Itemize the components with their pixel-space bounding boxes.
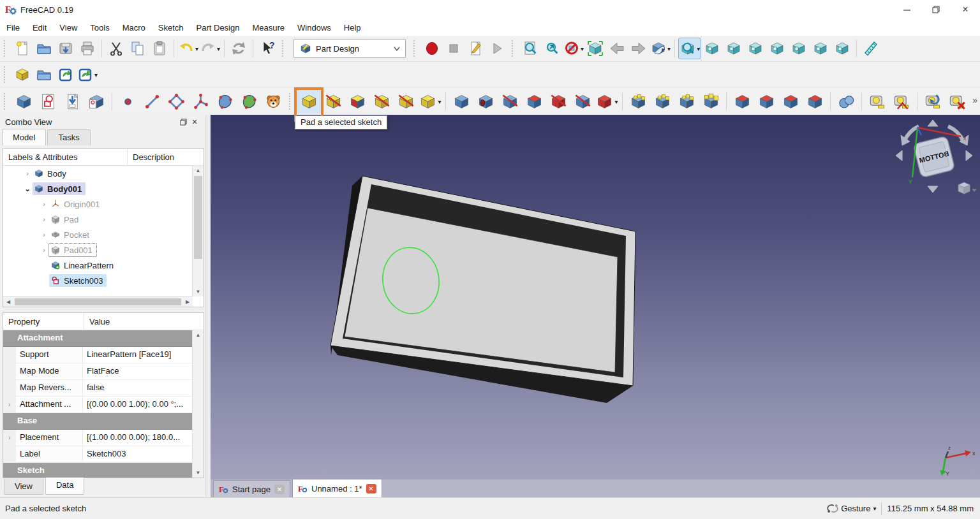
toolbar-button-nav-back[interactable] — [606, 38, 628, 59]
toolbar-button-view-front[interactable] — [723, 38, 745, 59]
toolbar-button-view-isometric[interactable]: ▾ — [678, 38, 701, 59]
menu-item-file[interactable]: File — [0, 20, 26, 35]
property-row[interactable]: Map ModeFlatFace — [3, 363, 193, 380]
toolbar-button-shape-binder[interactable] — [212, 89, 237, 113]
dropdown-arrow-icon[interactable]: ▾ — [614, 98, 618, 105]
minimize-button[interactable] — [892, 0, 921, 19]
toolbar-button-subtractive-pipe[interactable] — [546, 89, 570, 113]
toolbar-button-view-axonometric[interactable] — [701, 38, 723, 59]
toolbar-button-additive-helix[interactable] — [394, 89, 418, 113]
navigation-style-selector[interactable]: Gesture ▾ — [827, 504, 876, 513]
toolbar-button-mirrored[interactable] — [626, 89, 650, 113]
property-group-sketch[interactable]: Sketch — [3, 463, 193, 478]
toolbar-button-redo[interactable]: ▾ — [199, 38, 221, 59]
tree-row-pocket[interactable]: ›Pocket — [3, 227, 193, 242]
toolbar-button-clone[interactable] — [261, 89, 285, 113]
toolbar-button-save-file[interactable] — [55, 38, 77, 59]
toolbar-button-pocket[interactable] — [449, 89, 473, 113]
expand-arrow-icon[interactable]: › — [3, 397, 16, 413]
expand-arrow-icon[interactable]: › — [39, 216, 49, 223]
nav-down-arrow[interactable] — [928, 186, 938, 193]
toolbar-button-datum-point[interactable] — [115, 89, 140, 113]
scrollbar-thumb[interactable] — [194, 176, 202, 259]
expand-arrow-icon[interactable]: › — [39, 200, 49, 208]
tree-item[interactable]: Sketch003 — [49, 274, 107, 287]
expand-arrow-icon[interactable]: › — [22, 170, 33, 177]
toolbar-button-copy[interactable] — [127, 38, 149, 59]
collapse-arrow-icon[interactable]: ⌄ — [22, 185, 33, 193]
toolbar-button-new-file[interactable] — [11, 38, 33, 59]
3d-viewport[interactable]: BOTTOM x Y x Y z — [211, 115, 980, 479]
property-value[interactable]: [(1.00 0.00 0.00); 180.0... — [83, 430, 193, 446]
expand-arrow-icon[interactable]: › — [39, 231, 49, 238]
toolbar-button-datum-plane[interactable] — [164, 89, 188, 113]
tree-item[interactable]: Body — [33, 167, 70, 180]
tree-row-sketch003[interactable]: Sketch003 — [3, 273, 193, 288]
toolbar-button-fillet[interactable] — [730, 89, 754, 113]
toolbar-button-fit-all[interactable] — [519, 38, 541, 59]
property-vertical-scrollbar[interactable]: ▲ ▼ — [192, 330, 204, 478]
toolbar-button-create-part[interactable] — [11, 64, 33, 85]
toolbar-button-measure-distance[interactable] — [860, 38, 882, 59]
menu-item-sketch[interactable]: Sketch — [152, 20, 190, 35]
workbench-selector[interactable]: Part Design — [293, 39, 406, 58]
scroll-down-icon[interactable]: ▼ — [193, 287, 204, 296]
document-tab-unnamed[interactable]: FUnnamed : 1*✕ — [292, 479, 382, 497]
scroll-up-icon[interactable]: ▲ — [193, 330, 204, 340]
tab-model[interactable]: Model — [2, 129, 46, 145]
toolbar-button-view-top[interactable] — [745, 38, 766, 59]
scrollbar-thumb[interactable] — [15, 298, 181, 305]
toolbar-button-draft[interactable] — [778, 89, 803, 113]
toolbar-button-multi-transform[interactable] — [699, 89, 723, 113]
toolbar-button-linked-view[interactable]: ▾ — [650, 38, 671, 59]
tree-item[interactable]: Pad — [49, 213, 82, 226]
toolbar-grip[interactable] — [413, 40, 418, 57]
toolbar-button-cut[interactable] — [105, 38, 127, 59]
property-row[interactable]: Map Revers...false — [3, 380, 193, 397]
toolbar-button-create-sketch[interactable] — [36, 89, 60, 113]
tree-vertical-scrollbar[interactable]: ▲ ▼ — [192, 166, 204, 296]
dropdown-arrow-icon[interactable]: ▾ — [217, 45, 220, 52]
document-tab-start-page[interactable]: FStart page✕ — [213, 480, 290, 497]
menu-item-view[interactable]: View — [53, 20, 84, 35]
dropdown-arrow-icon[interactable]: ▾ — [697, 45, 700, 52]
toolbar-button-subtractive-primitive[interactable]: ▾ — [595, 89, 619, 113]
toolbar-button-subtractive-loft[interactable] — [522, 89, 546, 113]
menu-item-help[interactable]: Help — [338, 20, 368, 35]
toolbar-button-hole[interactable] — [473, 89, 498, 113]
toolbar-button-view-right[interactable] — [766, 38, 788, 59]
property-row[interactable]: ›Placement[(1.00 0.00 0.00); 180.0... — [3, 430, 193, 446]
tree-row-origin001[interactable]: ›Origin001 — [3, 196, 193, 212]
toolbar-button-paste[interactable] — [149, 38, 170, 59]
toolbar-button-view-left[interactable] — [831, 38, 853, 59]
tab-view[interactable]: View — [4, 479, 43, 495]
toolbar-button-edit-sketch[interactable] — [60, 89, 84, 113]
tree-item[interactable]: Pad001 — [49, 244, 96, 256]
toolbar-button-view-bottom[interactable] — [810, 38, 831, 59]
toolbar-button-local-coordinate-system[interactable] — [188, 89, 212, 113]
toolbar-button-macro-edit[interactable] — [464, 38, 486, 59]
toolbar-button-selection-bounding-box[interactable] — [584, 38, 606, 59]
tree-col-labels[interactable]: Labels & Attributes — [3, 149, 128, 165]
tree-item[interactable]: Pocket — [49, 228, 93, 241]
toolbar-button-measure-angular[interactable] — [889, 89, 914, 113]
toolbar-button-measure-clear[interactable] — [945, 89, 969, 113]
tab-data[interactable]: Data — [45, 478, 84, 495]
toolbar-button-groove[interactable] — [498, 89, 522, 113]
tree-item[interactable]: Origin001 — [49, 198, 103, 210]
close-tab-icon[interactable]: ✕ — [366, 484, 376, 493]
toolbar-button-refresh[interactable] — [228, 38, 249, 59]
dropdown-arrow-icon[interactable]: ▾ — [438, 98, 441, 105]
toolbar-button-macro-stop[interactable] — [443, 38, 464, 59]
toolbar-grip[interactable] — [4, 40, 8, 57]
toolbar-grip[interactable] — [282, 40, 286, 57]
toolbar-button-subtractive-helix[interactable] — [570, 89, 595, 113]
nav-cube-face[interactable]: BOTTOM — [913, 136, 954, 177]
toolbar-button-thickness[interactable] — [803, 89, 827, 113]
toolbar-grip[interactable] — [289, 93, 293, 110]
property-row[interactable]: SupportLinearPattern [Face19] — [3, 347, 193, 363]
toolbar-button-chamfer[interactable] — [754, 89, 778, 113]
toolbar-button-draw-style[interactable]: ▾ — [563, 38, 584, 59]
tree-horizontal-scrollbar[interactable]: ◀ ▶ — [3, 296, 193, 307]
toolbar-button-zoom[interactable] — [541, 38, 563, 59]
